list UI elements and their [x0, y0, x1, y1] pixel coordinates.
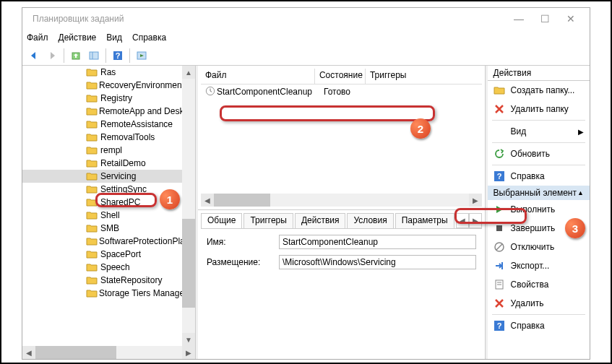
back-button[interactable] — [25, 48, 43, 64]
tab-actions[interactable]: Действия — [295, 213, 346, 228]
folder-icon — [86, 287, 98, 299]
svg-rect-10 — [496, 225, 502, 231]
tree-item-ras[interactable]: Ras — [22, 66, 182, 79]
folder-icon — [86, 105, 98, 117]
tab-general[interactable]: Общие — [201, 213, 242, 228]
svg-text:?: ? — [496, 321, 501, 330]
help-button[interactable]: ? — [109, 48, 126, 64]
task-name: StartComponentCleanup — [217, 87, 312, 97]
delete-folder-icon — [494, 103, 505, 115]
tree-item-registry[interactable]: Registry — [22, 92, 182, 105]
task-list-header: Файл Состояние Триггеры — [201, 69, 482, 84]
action-view[interactable]: Вид▶ — [488, 122, 590, 141]
new-folder-icon — [494, 84, 505, 96]
tree-item-softwareprotectionplatform[interactable]: SoftwareProtectionPlatform — [22, 235, 182, 248]
disable-icon — [494, 241, 505, 253]
svg-line-12 — [496, 244, 502, 250]
folder-icon — [86, 183, 99, 195]
action-help[interactable]: ?Справка — [488, 167, 590, 186]
properties-icon — [494, 279, 505, 290]
location-label: Размещение: — [207, 257, 279, 267]
tab-conditions[interactable]: Условия — [347, 213, 393, 228]
action-delete[interactable]: Удалить — [488, 294, 590, 313]
menu-view[interactable]: Вид — [106, 32, 122, 43]
action-properties[interactable]: Свойства — [488, 275, 590, 294]
tree-item-smb[interactable]: SMB — [22, 222, 182, 235]
delete-icon — [494, 298, 505, 309]
collapse-icon: ▲ — [577, 189, 584, 196]
stop-icon — [494, 222, 505, 234]
svg-rect-13 — [501, 262, 503, 269]
tree-item-rempl[interactable]: rempl — [22, 144, 182, 157]
action-run[interactable]: Выполнить — [488, 200, 590, 219]
svg-rect-2 — [90, 52, 98, 59]
tree-item-speech[interactable]: Speech — [22, 261, 182, 274]
action-help-2[interactable]: ?Справка — [488, 316, 590, 335]
action-refresh[interactable]: Обновить — [488, 144, 590, 163]
tab-nav-left[interactable]: ◀ — [456, 213, 469, 228]
help-icon: ? — [494, 170, 505, 182]
tree-item-storage-tiers-management[interactable]: Storage Tiers Management — [22, 287, 182, 300]
tab-triggers[interactable]: Триггеры — [243, 213, 293, 228]
minimize-button[interactable]: — — [506, 10, 532, 27]
tasklist-hscroll[interactable]: ◀ ▶ — [201, 194, 482, 207]
menu-file[interactable]: Файл — [27, 32, 48, 43]
location-field[interactable]: \Microsoft\Windows\Servicing — [279, 255, 476, 269]
tree-item-remoteapp-and-desktop[interactable]: RemoteApp and Desktop — [22, 105, 182, 118]
folder-icon — [86, 118, 99, 130]
action-export[interactable]: Экспорт... — [488, 256, 590, 275]
folder-icon — [86, 248, 99, 260]
task-state: Готово — [319, 86, 370, 98]
tree-vscroll[interactable]: ▲ ▼ — [182, 66, 195, 346]
folder-icon — [86, 170, 99, 182]
chevron-right-icon: ▶ — [578, 128, 584, 136]
folder-icon — [86, 196, 99, 208]
svg-text:?: ? — [116, 51, 121, 60]
svg-text:?: ? — [496, 172, 501, 181]
details-tabs: Общие Триггеры Действия Условия Параметр… — [201, 213, 482, 229]
tab-nav-right[interactable]: ▶ — [469, 213, 482, 228]
close-button[interactable]: ✕ — [558, 10, 584, 27]
tree-item-spaceport[interactable]: SpacePort — [22, 248, 182, 261]
folder-icon — [86, 92, 99, 104]
tree-item-servicing[interactable]: Servicing — [22, 170, 182, 183]
tree-item-retaildemo[interactable]: RetailDemo — [22, 157, 182, 170]
name-field[interactable]: StartComponentCleanup — [279, 235, 476, 249]
action-delete-folder[interactable]: Удалить папку — [488, 100, 590, 118]
tab-params[interactable]: Параметры — [395, 213, 454, 228]
maximize-button[interactable]: ☐ — [532, 10, 558, 27]
tree-pane: RasRecoveryEnvironmentRegistryRemoteApp … — [22, 66, 196, 359]
clock-icon — [205, 86, 215, 98]
tree-item-remoteassistance[interactable]: RemoteAssistance — [22, 118, 182, 131]
name-label: Имя: — [207, 237, 279, 247]
tree-item-recoveryenvironment[interactable]: RecoveryEnvironment — [22, 79, 182, 92]
titlebar: Планировщик заданий — ☐ ✕ — [22, 8, 590, 30]
export-icon — [494, 260, 505, 272]
forward-button[interactable] — [43, 48, 61, 64]
tree-item-staterepository[interactable]: StateRepository — [22, 274, 182, 287]
tree-item-settingsync[interactable]: SettingSync — [22, 183, 182, 196]
run-view-button[interactable] — [133, 48, 150, 64]
tree-item-shell[interactable]: Shell — [22, 209, 182, 222]
actions-pane: Действия Создать папку... Удалить папку … — [488, 66, 590, 359]
task-row[interactable]: StartComponentCleanup Готово — [201, 84, 482, 99]
folder-icon — [86, 144, 99, 156]
tree-hscroll[interactable]: ◀ ▶ — [22, 346, 195, 359]
col-state[interactable]: Состояние — [315, 69, 366, 84]
folder-icon — [86, 235, 98, 247]
folder-icon — [86, 222, 99, 234]
list-view-button[interactable] — [85, 48, 103, 64]
tree-item-sharedpc[interactable]: SharedPC — [22, 196, 182, 209]
menubar: Файл Действие Вид Справка — [22, 30, 590, 46]
menu-action[interactable]: Действие — [59, 32, 97, 43]
folder-icon — [86, 66, 99, 78]
action-end[interactable]: Завершить — [488, 219, 590, 238]
col-trig[interactable]: Триггеры — [366, 69, 409, 84]
menu-help[interactable]: Справка — [132, 32, 166, 43]
up-button[interactable] — [67, 48, 85, 64]
actions-title: Действия — [488, 66, 590, 81]
action-create-folder[interactable]: Создать папку... — [488, 81, 590, 100]
tree-item-removaltools[interactable]: RemovalTools — [22, 131, 182, 144]
action-disable[interactable]: Отключить — [488, 238, 590, 256]
col-name[interactable]: Файл — [201, 69, 315, 84]
